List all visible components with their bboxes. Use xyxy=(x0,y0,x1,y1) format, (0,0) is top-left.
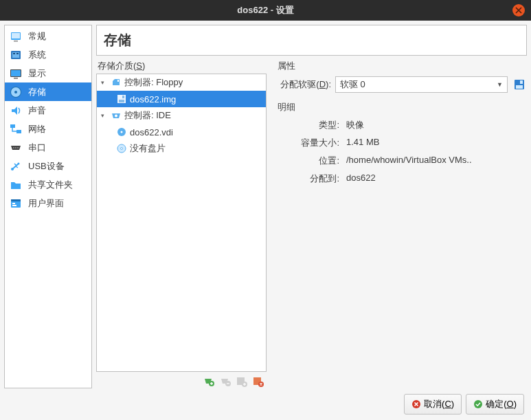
audio-icon xyxy=(9,104,23,118)
close-button[interactable] xyxy=(512,4,525,16)
sidebar-item-storage[interactable]: 存储 xyxy=(5,82,91,101)
titlebar: dos622 - 设置 xyxy=(0,0,531,21)
hdd-icon xyxy=(116,126,127,137)
shared-icon xyxy=(9,178,23,192)
system-icon xyxy=(9,48,23,62)
cd-icon xyxy=(116,143,127,154)
svg-rect-13 xyxy=(10,124,15,128)
storage-media-panel: 存储介质(S) ▾ 控制器: Floppy dos622.img xyxy=(96,60,267,388)
sidebar-item-usb[interactable]: USB设备 xyxy=(5,157,91,175)
close-icon xyxy=(515,7,522,14)
svg-point-17 xyxy=(17,147,19,148)
svg-point-16 xyxy=(15,147,16,148)
add-attachment-button xyxy=(235,375,249,388)
svg-rect-29 xyxy=(122,96,124,98)
remove-attachment-icon xyxy=(252,375,264,388)
storage-tree[interactable]: ▾ 控制器: Floppy dos622.img ▾ xyxy=(96,74,267,372)
controller-floppy[interactable]: ▾ 控制器: Floppy xyxy=(97,74,266,91)
svg-point-15 xyxy=(13,147,14,148)
drive-assign-row: 分配软驱(D): 软驱 0 ▼ xyxy=(276,74,527,96)
svg-rect-14 xyxy=(16,130,21,133)
display-icon xyxy=(9,67,23,80)
sidebar-item-network[interactable]: 网络 xyxy=(5,120,91,138)
svg-point-19 xyxy=(18,162,20,164)
sidebar-item-audio[interactable]: 声音 xyxy=(5,101,91,120)
svg-rect-9 xyxy=(14,78,18,79)
network-icon xyxy=(9,122,23,136)
add-controller-button[interactable] xyxy=(202,375,216,388)
chevron-down-icon: ▼ xyxy=(497,81,503,88)
window-title: dos622 - 设置 xyxy=(237,4,293,16)
client-area: 常规 系统 显示 存储 声音 xyxy=(0,21,531,420)
details-label: 明细 xyxy=(276,101,527,113)
svg-rect-21 xyxy=(11,199,21,201)
sidebar-item-serial[interactable]: 串口 xyxy=(5,138,91,157)
svg-rect-8 xyxy=(11,70,21,76)
drive-assign-label: 分配软驱(D): xyxy=(276,78,331,91)
sidebar-item-label: 系统 xyxy=(28,49,46,61)
svg-point-36 xyxy=(121,148,123,150)
sidebar-item-label: 串口 xyxy=(28,142,46,154)
sidebar-item-system[interactable]: 系统 xyxy=(5,45,91,64)
svg-point-12 xyxy=(14,91,17,93)
sidebar-item-ui[interactable]: 用户界面 xyxy=(5,194,91,212)
sidebar-item-label: 显示 xyxy=(28,67,46,80)
ok-icon xyxy=(473,399,483,409)
usb-icon xyxy=(9,159,23,173)
ui-icon xyxy=(9,197,23,210)
add-attachment-icon xyxy=(236,375,248,388)
svg-rect-5 xyxy=(13,53,15,54)
attachment-hdd[interactable]: dos622.vdi xyxy=(97,124,266,140)
expander-icon: ▾ xyxy=(101,112,108,119)
remove-controller-icon xyxy=(219,375,231,388)
sidebar-item-shared[interactable]: 共享文件夹 xyxy=(5,175,91,194)
ok-button[interactable]: 确定(O) xyxy=(466,394,524,415)
floppy-image-button[interactable] xyxy=(512,77,527,92)
expander-icon: ▾ xyxy=(101,79,108,86)
svg-rect-2 xyxy=(14,41,18,42)
svg-point-31 xyxy=(115,115,117,118)
general-icon xyxy=(9,30,23,43)
attachment-floppy-image[interactable]: dos622.img xyxy=(97,91,266,107)
tree-label: 控制器: IDE xyxy=(124,109,171,122)
tree-label: dos622.vdi xyxy=(130,127,173,137)
detail-location: 位置: /home/whowin/VirtualBox VMs.. xyxy=(276,152,527,170)
attachment-cd-empty[interactable]: 没有盘片 xyxy=(97,140,266,157)
sidebar-item-label: 用户界面 xyxy=(28,197,64,210)
svg-rect-30 xyxy=(119,100,124,102)
svg-rect-24 xyxy=(117,80,119,82)
detail-type: 类型: 映像 xyxy=(276,116,527,134)
settings-window: dos622 - 设置 常规 系统 显示 xyxy=(0,0,531,420)
tree-label: dos622.img xyxy=(130,94,176,104)
controller-ide[interactable]: ▾ 控制器: IDE xyxy=(97,107,266,124)
floppy-disk-icon xyxy=(116,93,127,104)
sidebar: 常规 系统 显示 存储 声音 xyxy=(4,25,92,388)
svg-rect-45 xyxy=(516,85,523,89)
svg-point-33 xyxy=(121,131,123,133)
svg-rect-6 xyxy=(16,53,19,54)
sidebar-item-label: 存储 xyxy=(28,86,46,98)
drive-assign-combo[interactable]: 软驱 0 ▼ xyxy=(335,76,508,93)
svg-rect-22 xyxy=(12,203,15,204)
sidebar-item-label: 声音 xyxy=(28,104,46,117)
floppy-controller-icon xyxy=(111,77,122,88)
content-area: 存储 存储介质(S) ▾ 控制器: Floppy xyxy=(96,25,527,388)
sidebar-item-label: 常规 xyxy=(28,30,46,43)
sidebar-item-label: 共享文件夹 xyxy=(28,179,73,191)
cancel-button[interactable]: 取消(C) xyxy=(404,394,462,415)
tree-label: 控制器: Floppy xyxy=(124,76,183,89)
sidebar-item-display[interactable]: 显示 xyxy=(5,64,91,82)
cancel-icon xyxy=(411,399,421,409)
svg-rect-23 xyxy=(12,205,16,206)
storage-icon xyxy=(9,85,23,99)
svg-rect-44 xyxy=(520,80,523,84)
svg-rect-1 xyxy=(12,33,20,38)
remove-attachment-button[interactable] xyxy=(251,375,265,388)
sidebar-item-general[interactable]: 常规 xyxy=(5,27,91,45)
combo-value: 软驱 0 xyxy=(340,78,365,91)
detail-size: 容量大小: 1.41 MB xyxy=(276,134,527,152)
remove-controller-button xyxy=(218,375,232,388)
details-group: 明细 类型: 映像 容量大小: 1.41 MB 位置: / xyxy=(276,101,527,188)
storage-toolbar xyxy=(96,372,267,388)
add-controller-icon xyxy=(203,375,215,388)
